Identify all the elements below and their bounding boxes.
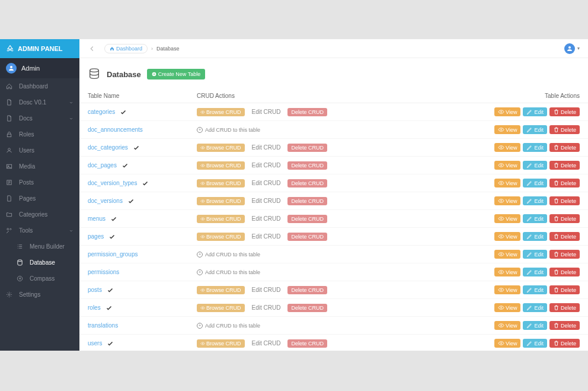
delete-button[interactable]: Delete [549, 250, 580, 259]
edit-button[interactable]: Edit [523, 196, 547, 205]
edit-button[interactable]: Edit [523, 268, 547, 276]
sidebar-item-posts[interactable]: Posts [0, 174, 79, 190]
browse-crud-button[interactable]: Browse CRUD [197, 215, 245, 223]
sidebar-item-pages[interactable]: Pages [0, 190, 79, 206]
browse-crud-button[interactable]: Browse CRUD [197, 304, 245, 312]
sidebar-item-media[interactable]: Media [0, 158, 79, 174]
back-arrow-icon[interactable] [88, 44, 96, 53]
browse-crud-button[interactable]: Browse CRUD [197, 197, 245, 205]
sidebar-item-roles[interactable]: Roles [0, 126, 79, 142]
edit-button[interactable]: Edit [523, 250, 547, 259]
delete-button[interactable]: Delete [549, 143, 580, 152]
sidebar-item-categories[interactable]: Categories [0, 206, 79, 222]
browse-crud-button[interactable]: Browse CRUD [197, 339, 245, 348]
sidebar-user[interactable]: Admin [0, 58, 79, 78]
browse-crud-button[interactable]: Browse CRUD [197, 161, 245, 170]
sidebar-item-menu-builder[interactable]: Menu Builder [0, 239, 79, 255]
view-button[interactable]: View [494, 321, 520, 330]
add-crud-button[interactable]: +Add CRUD to this table [197, 252, 260, 258]
delete-crud-button[interactable]: Delete CRUD [287, 233, 327, 241]
browse-crud-button[interactable]: Browse CRUD [197, 144, 245, 152]
edit-crud-button[interactable]: Edit CRUD [248, 232, 285, 241]
edit-button[interactable]: Edit [523, 214, 547, 223]
sidebar-item-tools[interactable]: Tools [0, 222, 79, 239]
edit-crud-button[interactable]: Edit CRUD [248, 214, 285, 223]
delete-button[interactable]: Delete [549, 268, 580, 276]
edit-crud-button[interactable]: Edit CRUD [248, 161, 285, 170]
view-button[interactable]: View [494, 268, 520, 276]
browse-crud-button[interactable]: Browse CRUD [197, 108, 245, 116]
edit-crud-button[interactable]: Edit CRUD [248, 339, 285, 348]
edit-button[interactable]: Edit [523, 321, 547, 330]
delete-button[interactable]: Delete [549, 107, 580, 116]
delete-button[interactable]: Delete [549, 232, 580, 241]
delete-crud-button[interactable]: Delete CRUD [287, 108, 327, 116]
view-button[interactable]: View [494, 107, 520, 116]
sidebar-item-settings[interactable]: Settings [0, 287, 79, 303]
edit-button[interactable]: Edit [523, 339, 547, 348]
view-button[interactable]: View [494, 161, 520, 170]
view-button[interactable]: View [494, 285, 520, 294]
table-name-link[interactable]: posts [88, 287, 102, 293]
create-table-button[interactable]: Create New Table [147, 69, 205, 80]
table-name-link[interactable]: pages [88, 233, 104, 240]
delete-button[interactable]: Delete [549, 285, 580, 294]
view-button[interactable]: View [494, 303, 520, 312]
view-button[interactable]: View [494, 339, 520, 348]
sidebar-item-compass[interactable]: Compass [0, 271, 79, 287]
browse-crud-button[interactable]: Browse CRUD [197, 286, 245, 294]
delete-crud-button[interactable]: Delete CRUD [287, 197, 327, 205]
delete-crud-button[interactable]: Delete CRUD [287, 286, 327, 294]
sidebar-item-docs[interactable]: Docs [0, 110, 79, 126]
delete-button[interactable]: Delete [549, 214, 580, 223]
view-button[interactable]: View [494, 125, 520, 134]
browse-crud-button[interactable]: Browse CRUD [197, 233, 245, 241]
edit-crud-button[interactable]: Edit CRUD [248, 107, 285, 116]
add-crud-button[interactable]: +Add CRUD to this table [197, 269, 260, 275]
view-button[interactable]: View [494, 179, 520, 187]
add-crud-button[interactable]: +Add CRUD to this table [197, 323, 260, 329]
edit-button[interactable]: Edit [523, 179, 547, 187]
delete-button[interactable]: Delete [549, 321, 580, 330]
table-name-link[interactable]: doc_announcements [88, 126, 143, 133]
delete-crud-button[interactable]: Delete CRUD [287, 304, 327, 312]
table-name-link[interactable]: permissions [88, 269, 119, 275]
table-name-link[interactable]: menus [88, 215, 106, 222]
delete-button[interactable]: Delete [549, 179, 580, 187]
view-button[interactable]: View [494, 232, 520, 241]
sidebar-item-database[interactable]: Database [0, 255, 79, 271]
view-button[interactable]: View [494, 196, 520, 205]
delete-button[interactable]: Delete [549, 339, 580, 348]
table-name-link[interactable]: permission_groups [88, 251, 138, 258]
view-button[interactable]: View [494, 143, 520, 152]
edit-button[interactable]: Edit [523, 143, 547, 152]
edit-crud-button[interactable]: Edit CRUD [248, 179, 285, 187]
table-name-link[interactable]: doc_version_types [88, 180, 137, 186]
table-name-link[interactable]: categories [88, 109, 115, 115]
edit-crud-button[interactable]: Edit CRUD [248, 196, 285, 205]
delete-crud-button[interactable]: Delete CRUD [287, 144, 327, 152]
delete-button[interactable]: Delete [549, 303, 580, 312]
view-button[interactable]: View [494, 250, 520, 259]
sidebar-item-users[interactable]: Users [0, 142, 79, 158]
table-name-link[interactable]: users [88, 340, 102, 347]
edit-button[interactable]: Edit [523, 303, 547, 312]
edit-button[interactable]: Edit [523, 107, 547, 116]
delete-crud-button[interactable]: Delete CRUD [287, 215, 327, 223]
table-name-link[interactable]: doc_pages [88, 162, 117, 169]
add-crud-button[interactable]: +Add CRUD to this table [197, 127, 260, 133]
edit-button[interactable]: Edit [523, 125, 547, 134]
delete-crud-button[interactable]: Delete CRUD [287, 339, 327, 348]
delete-button[interactable]: Delete [549, 125, 580, 134]
view-button[interactable]: View [494, 214, 520, 223]
edit-button[interactable]: Edit [523, 161, 547, 170]
edit-button[interactable]: Edit [523, 232, 547, 241]
table-name-link[interactable]: doc_versions [88, 198, 123, 204]
edit-button[interactable]: Edit [523, 285, 547, 294]
edit-crud-button[interactable]: Edit CRUD [248, 143, 285, 152]
breadcrumb-dashboard[interactable]: Dashboard [104, 44, 148, 53]
table-name-link[interactable]: doc_categories [88, 144, 128, 151]
delete-button[interactable]: Delete [549, 161, 580, 170]
delete-crud-button[interactable]: Delete CRUD [287, 179, 327, 187]
browse-crud-button[interactable]: Browse CRUD [197, 179, 245, 187]
